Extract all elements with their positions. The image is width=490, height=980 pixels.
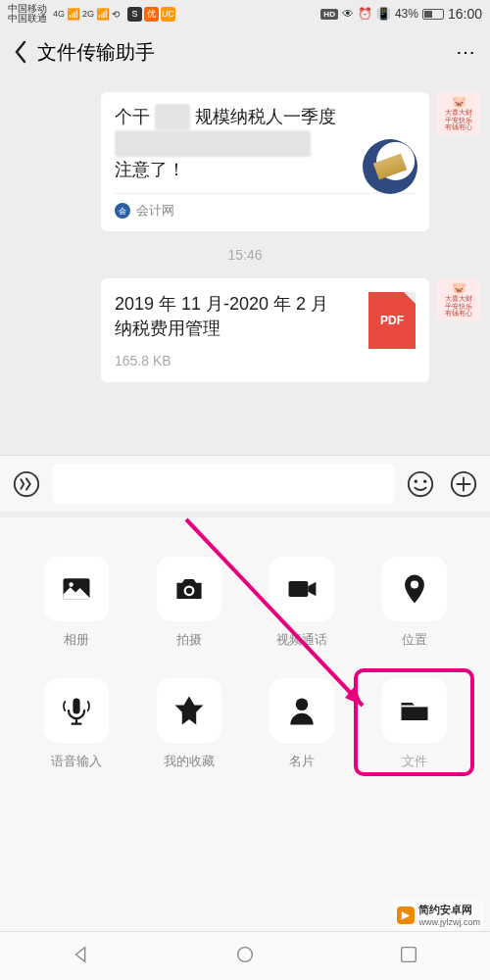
pdf-icon: PDF [368,292,416,349]
app-icon-2: 优 [144,7,159,22]
msg1-blur1: 占用 [155,104,190,130]
signal-icon: 📶 [67,8,80,21]
nav-back[interactable] [71,944,92,969]
panel-label: 位置 [402,631,427,649]
eye-icon: 👁 [342,7,354,21]
svg-rect-11 [73,698,79,713]
app-icon-1: S [127,7,142,22]
contact-icon [270,678,334,743]
net-4g: 4G [53,9,65,19]
msg1-text-a: 个干 [115,107,150,126]
svg-point-8 [185,588,191,594]
nav-recent[interactable] [398,944,419,969]
panel-label: 相册 [64,631,89,649]
favorite-icon [157,678,221,743]
svg-point-10 [410,580,417,588]
signal-icon-2: 📶 [96,8,110,21]
plus-icon[interactable] [447,467,480,501]
panel-item-file[interactable]: 文件 [354,668,474,776]
nav-home[interactable] [234,944,256,969]
panel-item-video[interactable]: 视频通话 [245,557,358,649]
battery-text: 43% [395,7,418,21]
svg-point-3 [423,479,426,482]
hd-badge: HD [320,9,338,20]
input-bar [0,455,490,512]
svg-point-6 [69,582,74,587]
svg-rect-13 [401,706,427,708]
net-2g: 2G [82,9,94,19]
file-message[interactable]: 2019 年 11 月-2020 年 2 月 纳税费用管理 165.8 KB P… [101,278,429,382]
file-size: 165.8 KB [115,353,357,368]
panel-label: 语音输入 [51,753,102,770]
watermark: ▶ 简约安卓网 www.jylzwj.com [393,901,484,929]
msg1-blur2: 培训 税务申报 的 [115,130,311,157]
location-icon [382,557,447,621]
svg-point-2 [415,479,417,482]
camera-icon [157,557,221,621]
attachment-panel: 相册 拍摄 视频通话 位置 语音输入 我的收藏 名片 文件 [0,517,490,931]
panel-item-favorite[interactable]: 我的收藏 [132,678,245,774]
panel-label: 拍摄 [176,631,202,649]
status-bar: 中国移动 中国联通 4G 📶 2G 📶 ⟲ S 优 UC HD 👁 ⏰ 📳 43… [0,0,490,27]
file-icon [382,678,447,743]
svg-point-1 [409,471,432,495]
panel-label: 文件 [402,753,427,770]
vibrate-icon: 📳 [376,7,391,21]
system-navbar [0,931,490,980]
panel-item-voice[interactable]: 语音输入 [20,678,132,774]
video-icon [270,557,334,621]
source-name: 会计网 [136,202,174,220]
panel-item-camera[interactable]: 拍摄 [132,557,245,649]
emoji-icon[interactable] [404,467,437,501]
voice-icon [44,678,109,743]
panel-label: 名片 [289,753,315,770]
source-icon: 会 [115,203,130,219]
msg1-text-c: 注意了！ [115,160,185,179]
file-title-blur: 纳税费用管理 [115,318,220,338]
avatar[interactable]: 🐷大喜大财平安快乐有钱有心 [437,92,480,135]
file-title: 2019 年 11 月-2020 年 2 月 [115,294,328,314]
svg-rect-9 [288,581,308,597]
back-icon[interactable] [14,40,27,64]
panel-item-location[interactable]: 位置 [358,557,470,649]
clock: 16:00 [448,6,482,22]
watermark-title: 简约安卓网 [418,903,480,917]
page-title: 文件传输助手 [37,39,155,66]
panel-label: 视频通话 [276,631,327,649]
wifi-icon: ⟲ [112,9,120,20]
article-thumb [363,139,417,194]
msg1-text-b: 规模纳税人一季度 [195,107,336,126]
app-icon-3: UC [161,7,175,22]
carrier-2: 中国联通 [8,14,47,24]
message-input[interactable] [53,464,394,505]
watermark-site: www.jylzwj.com [418,917,480,927]
battery-icon [422,9,444,20]
svg-point-0 [15,471,38,495]
alarm-icon: ⏰ [358,7,372,21]
svg-point-12 [295,698,308,710]
chat-area: 个干 占用 规模纳税人一季度 培训 税务申报 的 注意了！ 会 会计网 🐷大喜大… [0,76,490,398]
chat-header: 文件传输助手 ⋯ [0,27,490,76]
panel-label: 我的收藏 [164,753,215,770]
watermark-icon: ▶ [397,906,415,924]
svg-rect-17 [401,947,416,961]
album-icon [44,557,109,621]
timestamp: 15:46 [0,237,490,272]
panel-item-contact[interactable]: 名片 [245,678,358,774]
avatar[interactable]: 🐷大喜大财平安快乐有钱有心 [437,278,480,321]
article-message[interactable]: 个干 占用 规模纳税人一季度 培训 税务申报 的 注意了！ 会 会计网 [101,92,429,231]
panel-item-album[interactable]: 相册 [20,557,132,649]
voice-toggle-icon[interactable] [10,467,43,501]
svg-point-16 [238,947,253,961]
more-icon[interactable]: ⋯ [456,40,476,64]
